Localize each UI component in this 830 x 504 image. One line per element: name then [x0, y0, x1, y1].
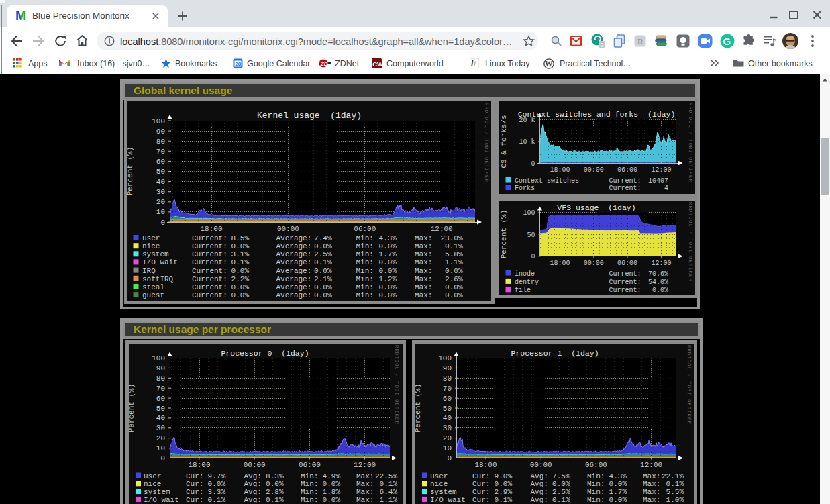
svg-text:8.5%: 8.5% [231, 234, 250, 242]
svg-text:00:00: 00:00 [584, 166, 604, 174]
svg-text:70: 70 [443, 385, 452, 393]
svg-text:2.6%: 2.6% [445, 275, 463, 283]
svg-text:Avg:: Avg: [244, 488, 262, 496]
svg-text:0: 0 [447, 454, 452, 462]
svg-text:1.1%: 1.1% [380, 496, 398, 504]
svg-text:00:00: 00:00 [277, 225, 299, 233]
svg-text:06:00: 06:00 [585, 461, 607, 469]
svg-text:Average:: Average: [276, 267, 312, 275]
svg-text:0: 0 [160, 219, 165, 227]
svg-text:4.3%: 4.3% [609, 472, 627, 481]
svg-text:system: system [142, 250, 169, 258]
svg-text:Cur:: Cur: [472, 488, 490, 496]
svg-text:1.7%: 1.7% [609, 488, 627, 496]
svg-text:2.5%: 2.5% [314, 250, 332, 258]
svg-text:18:00: 18:00 [188, 461, 210, 469]
svg-text:Avg:: Avg: [244, 472, 262, 481]
svg-text:0.1%: 0.1% [666, 480, 684, 488]
svg-text:user: user [142, 234, 160, 242]
svg-text:00:00: 00:00 [584, 260, 604, 267]
svg-text:54.0%: 54.0% [648, 279, 668, 286]
svg-text:I/O wait: I/O wait [430, 496, 466, 504]
svg-text:dentry: dentry [515, 279, 539, 286]
svg-text:G: G [723, 36, 731, 47]
svg-text:18:00: 18:00 [550, 260, 570, 267]
svg-text:22.5%: 22.5% [375, 472, 397, 481]
svg-text:Cur:: Cur: [186, 480, 203, 488]
svg-text:CS & forks/s: CS & forks/s [500, 115, 508, 168]
svg-text:0.1%: 0.1% [445, 242, 463, 250]
svg-text:?: ? [601, 42, 604, 48]
svg-text:Current:: Current: [192, 275, 227, 283]
svg-text:70: 70 [156, 385, 165, 393]
svg-text:0.0%: 0.0% [314, 267, 332, 275]
svg-text:Current:: Current: [609, 279, 641, 286]
svg-text:100: 100 [152, 354, 165, 362]
svg-text:0.0%: 0.0% [609, 496, 627, 504]
svg-text:guest: guest [142, 291, 164, 299]
svg-text:RRDTOOL / TOBI OETIKER: RRDTOOL / TOBI OETIKER [688, 202, 693, 282]
svg-text:0.0%: 0.0% [379, 267, 397, 275]
svg-text:Forks: Forks [515, 185, 535, 192]
svg-text:2.8%: 2.8% [266, 488, 284, 496]
svg-text:0.0%: 0.0% [445, 283, 463, 291]
svg-text:I/O wait: I/O wait [142, 258, 178, 266]
svg-text:4.3%: 4.3% [379, 234, 397, 242]
svg-text:Min:: Min: [587, 496, 605, 504]
svg-text:0.0%: 0.0% [609, 480, 627, 488]
svg-text:28: 28 [235, 61, 241, 67]
svg-text:Min:: Min: [587, 488, 605, 496]
svg-text:18:00: 18:00 [474, 461, 497, 469]
svg-text:80: 80 [156, 374, 165, 383]
svg-text:nice: nice [144, 480, 161, 488]
svg-text:Avg:: Avg: [244, 480, 262, 488]
svg-text:Current:: Current: [609, 287, 641, 294]
svg-text:0: 0 [531, 160, 535, 168]
svg-text:0.0%: 0.0% [323, 496, 341, 504]
svg-text:06:00: 06:00 [299, 461, 321, 469]
svg-text:0.0%: 0.0% [314, 291, 332, 299]
svg-text:Average:: Average: [276, 275, 312, 283]
svg-text:Current:: Current: [609, 177, 641, 185]
svg-text:0.0%: 0.0% [231, 267, 250, 275]
svg-text:user: user [430, 472, 448, 481]
svg-text:Max:: Max: [643, 480, 660, 488]
svg-text:12:00: 12:00 [651, 260, 671, 267]
svg-text:90: 90 [443, 364, 452, 372]
svg-text:0.0%: 0.0% [652, 287, 668, 294]
svg-text:3.3%: 3.3% [208, 488, 226, 496]
svg-text:0.1%: 0.1% [208, 496, 226, 504]
svg-text:Current:: Current: [192, 234, 227, 242]
svg-text:0.0%: 0.0% [314, 242, 332, 250]
svg-text:1.0%: 1.0% [666, 496, 684, 504]
svg-text:0.0%: 0.0% [323, 480, 341, 488]
svg-text:70.6%: 70.6% [648, 270, 668, 278]
svg-text:0.1%: 0.1% [231, 258, 250, 266]
svg-text:Percent (%): Percent (%) [127, 147, 134, 196]
svg-text:Min:: Min: [356, 291, 374, 299]
svg-text:CW: CW [372, 60, 382, 68]
svg-text:user: user [144, 472, 161, 481]
svg-text:Max:: Max: [415, 258, 432, 266]
svg-text:40: 40 [443, 414, 452, 422]
svg-text:0.1%: 0.1% [266, 496, 284, 504]
svg-text:0.0%: 0.0% [379, 242, 397, 250]
svg-text:Max:: Max: [415, 242, 432, 250]
svg-text:Max:: Max: [415, 267, 432, 275]
svg-text:22.1%: 22.1% [662, 472, 684, 481]
svg-text:1.7%: 1.7% [379, 250, 397, 258]
svg-text:Percent (%): Percent (%) [415, 384, 422, 433]
svg-text:IRQ: IRQ [142, 267, 156, 275]
svg-text:0.0%: 0.0% [208, 480, 226, 488]
svg-text:100: 100 [523, 209, 535, 217]
svg-text:inode: inode [515, 270, 535, 278]
svg-text:Current:: Current: [192, 283, 227, 291]
svg-text:RRDTOOL / TOBI OETIKER: RRDTOOL / TOBI OETIKER [394, 345, 399, 425]
svg-text:Cur:: Cur: [186, 488, 203, 496]
svg-text:system: system [144, 488, 170, 496]
svg-text:steal: steal [142, 283, 164, 291]
svg-text:10: 10 [443, 444, 452, 452]
svg-text:system: system [430, 488, 457, 496]
svg-text:7.4%: 7.4% [314, 234, 332, 242]
svg-text:Average:: Average: [276, 283, 312, 291]
